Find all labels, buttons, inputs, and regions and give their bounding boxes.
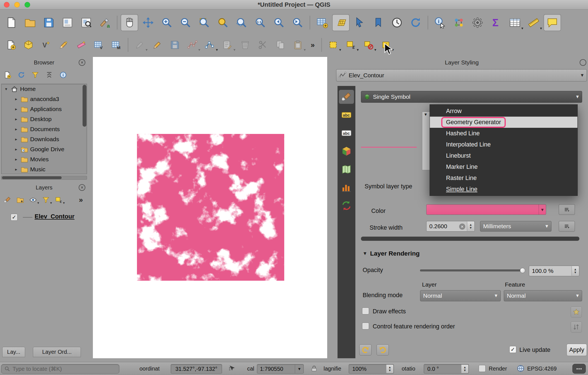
mouse-position-icon[interactable] [228, 365, 236, 372]
symbology-tab[interactable] [339, 90, 354, 104]
save-project-button[interactable] [40, 14, 57, 31]
symbol-renderer-selector[interactable]: Single Symbol ▼ [361, 91, 582, 103]
pan-map-button[interactable] [121, 14, 138, 31]
collapse-arrow-icon[interactable]: ▼ [363, 251, 367, 256]
browser-vertical-scrollbar[interactable] [83, 84, 86, 174]
zoom-native-button[interactable] [252, 14, 269, 31]
apply-button[interactable]: Apply [567, 344, 587, 356]
magnifier-stepper[interactable]: ▲▼ [386, 365, 393, 373]
symbol-type-simple-line[interactable]: Simple Line [430, 184, 577, 195]
browser-item-google-drive[interactable]: ▸Google Drive [1, 144, 87, 154]
browser-item-home[interactable]: ▾Home [1, 84, 87, 94]
new-project-button[interactable] [3, 14, 20, 31]
copy-features-button[interactable] [272, 37, 288, 52]
close-layer-styling-button[interactable] [580, 59, 586, 66]
new-virtual-layer-button[interactable] [91, 37, 107, 52]
manage-map-themes-button[interactable] [27, 195, 38, 205]
filter-legend-button[interactable] [40, 195, 51, 205]
tab-layers[interactable]: Lay... [2, 347, 25, 357]
maximize-window-button[interactable] [25, 2, 30, 8]
browser-item-anaconda3[interactable]: ▸anaconda3 [1, 94, 87, 104]
filter-browser-button[interactable] [30, 70, 41, 80]
clear-value-icon[interactable]: ✕ [459, 223, 465, 230]
open-layer-styling-button[interactable] [2, 195, 13, 205]
zoom-full-button[interactable] [196, 14, 213, 31]
diagrams-tab[interactable] [339, 162, 354, 176]
history-tab[interactable] [339, 199, 354, 213]
browser-item-desktop[interactable]: ▸Desktop [1, 114, 87, 124]
opacity-stepper[interactable]: ▲▼ [572, 266, 579, 276]
histogram-tab[interactable] [339, 181, 354, 194]
browser-item-movies[interactable]: ▸Movies [1, 154, 87, 164]
tab-layer-order[interactable]: Layer Ord... [33, 347, 81, 357]
show-spatial-bookmarks-button[interactable] [370, 14, 387, 31]
layer-name[interactable]: Elev_Contour [35, 213, 74, 220]
processing-toolbox-button[interactable] [450, 14, 467, 31]
deselect-all-button[interactable] [360, 37, 377, 52]
measure-button[interactable] [525, 14, 542, 31]
styling-layer-selector[interactable]: Elev_Contour ▼ [336, 69, 587, 81]
control-rendering-order-checkbox[interactable] [362, 323, 369, 330]
open-project-button[interactable] [21, 14, 39, 31]
stroke-width-stepper[interactable]: ▲▼ [467, 222, 474, 231]
live-update-checkbox[interactable] [509, 346, 516, 353]
new-map-view-button[interactable] [314, 14, 331, 31]
layer-visibility-checkbox[interactable] [11, 214, 18, 221]
stroke-data-defined-override-button[interactable] [559, 221, 575, 232]
identify-features-button[interactable] [432, 14, 449, 31]
toolbar-overflow-button[interactable]: » [307, 37, 318, 52]
symbol-type-arrow[interactable]: Arrow [430, 105, 577, 117]
statistics-button[interactable] [488, 14, 505, 31]
paste-features-button[interactable] [290, 37, 306, 52]
browser-horizontal-scrollbar[interactable] [1, 176, 87, 180]
new-print-layout-button[interactable] [59, 14, 76, 31]
lock-scale-icon[interactable] [310, 365, 318, 372]
symbol-type-marker-line[interactable]: Marker Line [430, 161, 577, 172]
labels-tab[interactable] [339, 108, 354, 122]
color-swatch-button[interactable]: ▼ [426, 204, 546, 215]
expander-icon[interactable]: ▸ [14, 117, 19, 122]
locate-search-field[interactable] [1, 364, 119, 374]
stroke-unit-selector[interactable]: Millimeters ▼ [480, 221, 551, 232]
layer-list-item[interactable]: Elev_Contour [0, 211, 88, 224]
coordinate-field[interactable]: 31.527°,-97.132° [171, 364, 222, 374]
select-by-expression-button[interactable] [343, 37, 359, 52]
new-mesh-layer-button[interactable] [108, 37, 124, 52]
scrollbar-thumb[interactable] [83, 85, 86, 127]
crs-status-label[interactable]: EPSG:4269 [527, 366, 557, 372]
scrollbar-thumb[interactable] [2, 176, 62, 179]
render-checkbox[interactable] [479, 365, 486, 372]
expander-icon[interactable]: ▸ [14, 107, 19, 112]
refresh-map-button[interactable] [407, 14, 424, 31]
add-selected-layer-button[interactable] [2, 70, 13, 80]
digitize-button[interactable] [184, 37, 201, 52]
zoom-to-selection-button[interactable] [214, 14, 232, 31]
color-data-defined-override-button[interactable] [559, 204, 575, 215]
minimize-window-button[interactable] [14, 2, 20, 8]
symbol-type-raster-line[interactable]: Raster Line [430, 172, 577, 184]
modify-attributes-button[interactable] [220, 37, 236, 52]
expander-icon[interactable]: ▸ [14, 137, 19, 142]
rotation-input[interactable]: 0.0 ° ▲▼ [424, 364, 469, 374]
layers-panel-overflow-button[interactable]: » [75, 195, 86, 205]
zoom-out-button[interactable] [177, 14, 194, 31]
collapse-all-button[interactable] [44, 70, 55, 80]
layout-manager-button[interactable] [78, 14, 95, 31]
close-browser-panel-button[interactable]: ✕ [79, 59, 85, 66]
symbol-type-interpolated-line[interactable]: Interpolated Line [430, 139, 577, 150]
symbol-type-hashed-line[interactable]: Hashed Line [430, 128, 577, 139]
zoom-last-button[interactable] [270, 14, 288, 31]
feature-blend-mode-selector[interactable]: Normal ▼ [504, 290, 582, 301]
new-spatial-bookmark-button[interactable] [351, 14, 368, 31]
close-layers-panel-button[interactable]: ✕ [79, 184, 85, 191]
new-shapefile-layer-button[interactable] [38, 37, 54, 52]
refresh-browser-button[interactable] [16, 70, 27, 80]
options-button[interactable] [469, 14, 486, 31]
browser-item-downloads[interactable]: ▸Downloads [1, 134, 87, 144]
browser-item-documents[interactable]: ▸Documents [1, 124, 87, 134]
filter-by-expression-button[interactable] [53, 195, 64, 205]
zoom-to-layer-button[interactable] [233, 14, 250, 31]
locate-input[interactable] [13, 366, 105, 372]
rotation-stepper[interactable]: ▲▼ [461, 365, 468, 373]
undo-style-button[interactable] [359, 344, 372, 355]
